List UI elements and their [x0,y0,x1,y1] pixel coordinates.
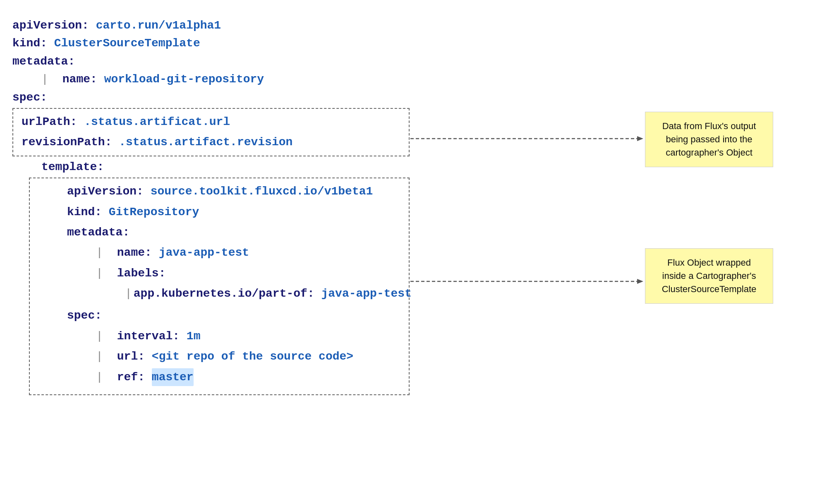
key-name: name: [62,70,104,88]
line-metadata: metadata: [12,53,815,70]
line-labels: | labels: [96,264,400,282]
val-revisionpath: .status.artifact.revision [119,133,292,151]
val-urlpath: .status.artificat.url [84,113,230,131]
key-kind: kind: [12,34,54,52]
key-interval: interval: [117,327,187,345]
key-inner-spec: spec: [67,307,102,324]
line-inner-apiversion: apiVersion: source.toolkit.fluxcd.io/v1b… [67,182,400,200]
key-revisionpath: revisionPath: [22,133,119,151]
line-url: | url: <git repo of the source code> [96,348,400,365]
val-inner-name: java-app-test [159,244,249,262]
val-kind: ClusterSourceTemplate [54,34,200,52]
line-inner-name: | name: java-app-test [96,244,400,262]
key-url: url: [117,348,152,365]
line-inner-spec: spec: [67,307,400,324]
dashed-box-paths: urlPath: .status.artificat.url revisionP… [12,108,410,156]
annotation-bottom: Flux Object wrapped inside a Cartographe… [645,248,773,304]
line-spec: spec: [12,89,815,106]
val-interval: 1m [187,327,201,345]
line-label-partof: | app.kubernetes.io/part-of: java-app-te… [125,285,400,302]
key-urlpath: urlPath: [22,113,84,131]
key-labels: labels: [117,264,166,282]
annotation-top-text: Data from Flux's output being passed int… [662,121,756,158]
key-partof: app.kubernetes.io/part-of: [134,285,321,302]
val-apiversion: carto.run/v1alpha1 [96,17,221,34]
dashed-box-template: apiVersion: source.toolkit.fluxcd.io/v1b… [29,178,410,395]
line-urlpath: urlPath: .status.artificat.url [22,113,400,131]
val-ref: master [152,368,194,386]
line-interval: | interval: 1m [96,327,400,345]
key-ref: ref: [117,368,152,386]
key-inner-apiversion: apiVersion: [67,182,151,200]
main-container: apiVersion: carto.run/v1alpha1 kind: Clu… [12,17,815,472]
line-inner-metadata: metadata: [67,223,400,241]
val-inner-apiversion: source.toolkit.fluxcd.io/v1beta1 [151,182,373,200]
annotation-top: Data from Flux's output being passed int… [645,112,773,167]
key-inner-name: name: [117,244,159,262]
key-metadata: metadata: [12,53,75,70]
key-spec: spec: [12,89,47,106]
code-block: apiVersion: carto.run/v1alpha1 kind: Clu… [12,17,815,395]
key-apiversion: apiVersion: [12,17,96,34]
line-ref: | ref: master [96,368,400,386]
line-apiversion: apiVersion: carto.run/v1alpha1 [12,17,815,34]
line-name: |name: workload-git-repository [41,70,815,88]
val-inner-kind: GitRepository [109,203,199,221]
key-inner-metadata: metadata: [67,223,129,241]
val-url: <git repo of the source code> [152,348,353,365]
key-template: template: [41,158,104,176]
annotation-bottom-text: Flux Object wrapped inside a Cartographe… [662,257,757,294]
line-kind: kind: ClusterSourceTemplate [12,34,815,52]
val-name: workload-git-repository [104,70,264,88]
val-partof: java-app-test [321,285,412,302]
line-revisionpath: revisionPath: .status.artifact.revision [22,133,400,151]
line-inner-kind: kind: GitRepository [67,203,400,221]
key-inner-kind: kind: [67,203,109,221]
